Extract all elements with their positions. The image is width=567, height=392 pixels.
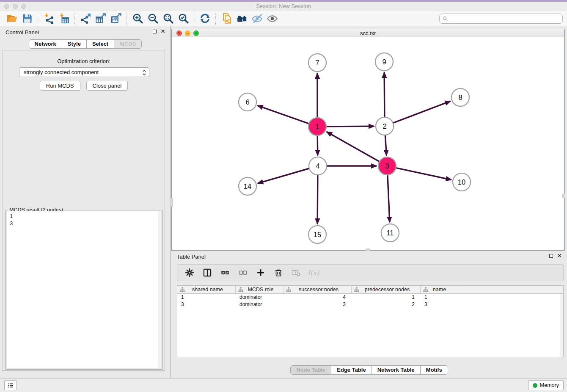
select-all-icon[interactable] xyxy=(218,266,232,279)
graph-edge-2-8[interactable] xyxy=(392,101,451,124)
window-title: Session: New Session xyxy=(0,2,567,11)
titlebar: Session: New Session xyxy=(0,2,567,11)
network-window-titlebar[interactable]: ✕ – + scc.txt xyxy=(172,29,564,37)
add-icon[interactable] xyxy=(254,266,267,279)
control-panel-title: Control Panel xyxy=(6,29,39,36)
table-toolbar: f(x) xyxy=(177,264,564,281)
status-bar: Memory xyxy=(0,378,567,392)
toolbar-separator xyxy=(194,13,194,25)
graph-node-8[interactable]: 8 xyxy=(451,88,469,106)
resize-handle[interactable] xyxy=(562,193,564,198)
table-cell[interactable]: 3 xyxy=(284,301,352,308)
tab-network-table[interactable]: Network Table xyxy=(372,366,420,374)
zoom-fit-icon[interactable] xyxy=(160,12,176,25)
result-scrollbar[interactable] xyxy=(158,211,161,368)
graph-edge-3-10[interactable] xyxy=(395,168,451,180)
network-window-title: scc.txt xyxy=(172,29,564,37)
close-panel-icon[interactable]: ✕ xyxy=(557,254,562,258)
mcds-result-list[interactable]: 13 xyxy=(7,211,161,368)
graph-node-7[interactable]: 7 xyxy=(308,54,326,72)
table-cell[interactable]: dominator xyxy=(236,301,284,308)
table-cell[interactable]: dominator xyxy=(236,294,284,301)
zoom-in-icon[interactable] xyxy=(130,12,145,25)
graph-edge-3-11[interactable] xyxy=(388,174,390,222)
open-folder-icon[interactable] xyxy=(4,12,19,25)
import-network-icon[interactable] xyxy=(41,12,56,25)
toolbar-separator xyxy=(215,13,216,25)
table-cell[interactable]: 1 xyxy=(177,294,236,301)
export-network-icon[interactable] xyxy=(78,12,93,25)
table-cell[interactable]: 4 xyxy=(284,294,352,301)
column-header-name[interactable]: name xyxy=(421,286,456,293)
task-history-button[interactable] xyxy=(4,380,17,390)
close-panel-button[interactable]: Close panel xyxy=(86,81,128,91)
graph-node-4[interactable]: 4 xyxy=(309,157,327,175)
table-cell[interactable]: 3 xyxy=(177,301,236,308)
show-eye-icon[interactable] xyxy=(264,12,280,25)
zoom-selected-icon[interactable] xyxy=(176,12,191,25)
deselect-all-icon[interactable] xyxy=(236,266,250,279)
export-image-icon[interactable] xyxy=(108,12,124,25)
table-cell[interactable]: 2 xyxy=(352,301,421,308)
table-scrollbar[interactable] xyxy=(560,294,563,357)
graph-edge-3-1[interactable] xyxy=(327,132,381,162)
graph-node-2[interactable]: 2 xyxy=(376,117,394,135)
tab-node-table[interactable]: Node Table xyxy=(291,366,331,374)
home-icon[interactable] xyxy=(234,12,249,25)
tab-select[interactable]: Select xyxy=(86,40,114,48)
delete-icon[interactable] xyxy=(272,266,285,279)
table-cell[interactable]: 3 xyxy=(421,301,456,308)
column-header-predecessor-nodes[interactable]: predecessor nodes xyxy=(352,286,421,293)
export-table-icon[interactable] xyxy=(93,12,108,25)
table-row[interactable]: 3dominator323 xyxy=(177,301,563,308)
column-header-MCDS-role[interactable]: MCDS role xyxy=(236,286,284,293)
graph-node-15[interactable]: 15 xyxy=(308,226,326,243)
graph-node-9[interactable]: 9 xyxy=(375,53,393,71)
graph-edge-4-14[interactable] xyxy=(258,168,311,183)
graph-edge-1-4[interactable] xyxy=(317,134,318,155)
table-cell[interactable]: 1 xyxy=(421,294,456,301)
graph-edge-1-6[interactable] xyxy=(258,105,310,124)
save-icon[interactable] xyxy=(19,12,35,25)
graph-node-1[interactable]: 1 xyxy=(308,118,326,135)
graph-edge-4-15[interactable] xyxy=(317,174,318,224)
column-header-shared-name[interactable]: shared name xyxy=(177,286,236,293)
refresh-icon[interactable] xyxy=(197,12,212,25)
graph-node-label: 2 xyxy=(383,122,386,130)
search-input[interactable] xyxy=(439,14,563,24)
memory-button[interactable]: Memory xyxy=(528,380,564,390)
table-cell[interactable]: 1 xyxy=(352,294,421,301)
graph-node-3[interactable]: 3 xyxy=(378,157,396,175)
duplicate-network-icon[interactable] xyxy=(219,12,234,25)
optimization-select[interactable]: strongly connected component xyxy=(19,67,149,77)
float-panel-icon[interactable] xyxy=(153,30,157,33)
gear-icon[interactable] xyxy=(183,266,196,279)
import-table-icon[interactable] xyxy=(56,12,72,25)
hide-eye-icon[interactable] xyxy=(249,12,264,25)
search-field[interactable] xyxy=(439,14,563,24)
graph-edge-2-3[interactable] xyxy=(385,134,386,155)
tab-mcds[interactable]: MCDS xyxy=(114,40,141,48)
tab-network[interactable]: Network xyxy=(29,40,62,48)
network-graph[interactable]: 7968124314101511 xyxy=(172,38,564,251)
node-table[interactable]: shared nameMCDS rolesuccessor nodesprede… xyxy=(177,285,564,357)
splitter-handle[interactable] xyxy=(170,198,173,207)
close-panel-icon[interactable]: ✕ xyxy=(160,29,165,34)
zoom-out-icon[interactable] xyxy=(145,12,160,25)
tab-motifs[interactable]: Motifs xyxy=(420,366,448,374)
network-canvas[interactable]: 7968124314101511 xyxy=(172,38,564,250)
columns-icon[interactable] xyxy=(201,266,214,279)
graph-node-6[interactable]: 6 xyxy=(239,93,256,111)
graph-edge-2-9[interactable] xyxy=(384,72,385,119)
float-panel-icon[interactable] xyxy=(549,254,553,258)
tab-edge-table[interactable]: Edge Table xyxy=(331,366,371,374)
column-header-successor-nodes[interactable]: successor nodes xyxy=(284,286,352,293)
tab-style[interactable]: Style xyxy=(62,40,86,48)
optimization-label: Optimization criterion: xyxy=(3,58,165,64)
graph-edge-1-2[interactable] xyxy=(325,126,374,127)
run-mcds-button[interactable]: Run MCDS xyxy=(40,81,80,91)
table-row[interactable]: 1dominator411 xyxy=(177,294,563,301)
graph-node-10[interactable]: 10 xyxy=(453,173,471,191)
graph-node-14[interactable]: 14 xyxy=(239,177,256,195)
graph-node-11[interactable]: 11 xyxy=(381,224,399,242)
